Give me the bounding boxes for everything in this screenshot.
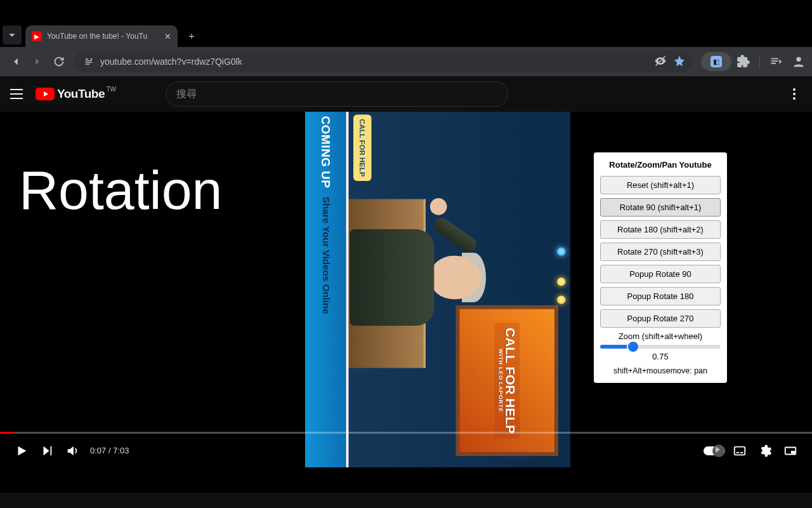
popup-rotate-90-button[interactable]: Popup Rotate 90 [600,265,721,283]
bookmark-star-icon[interactable] [673,55,686,69]
lower-third-bar: COMING UP Share Your Videos Online [305,112,348,467]
tab-title: YouTube on the tube! - YouTu [47,32,160,41]
search-input[interactable]: 搜尋 [166,81,508,107]
svg-point-2 [796,57,801,62]
search-placeholder: 搜尋 [176,88,197,101]
volume-button[interactable] [60,438,85,464]
youtube-region: TW [106,86,116,93]
extensions-puzzle-icon[interactable] [733,51,754,72]
active-extension-icon[interactable]: ◧ [701,52,731,71]
lower-third-pill: CALL FOR HELP [353,115,372,182]
reload-button[interactable] [48,51,70,72]
youtube-favicon-icon: ▶ [32,31,42,41]
pan-hint: shift+Alt+mousemove: pan [600,366,721,375]
coming-up-label: COMING UP [318,116,332,188]
svg-rect-4 [737,451,740,453]
popup-rotate-180-button[interactable]: Popup Rotate 180 [600,287,721,305]
browser-tab[interactable]: ▶ YouTube on the tube! - YouTu ✕ [25,25,178,47]
tv-screen-sub: WITH LEO LAPORTE [497,328,502,434]
hamburger-menu-icon[interactable] [10,86,25,102]
new-tab-button[interactable]: ＋ [183,27,200,45]
zoom-value: 0.75 [600,352,721,361]
url-text: youtube.com/watch?v=rdwz7QiG0lk [100,57,649,67]
youtube-play-icon [36,88,55,100]
settings-gear-icon[interactable] [752,438,778,464]
coming-up-sub: Share Your Videos Online [320,197,331,314]
svg-rect-7 [791,451,795,454]
forward-button[interactable] [27,51,48,72]
rotate-270-button[interactable]: Rotate 270 (shift+alt+3) [600,243,721,261]
below-video-area [0,467,812,493]
youtube-logo-text: YouTube [57,87,105,101]
rotate-180-button[interactable]: Rotate 180 (shift+alt+2) [600,220,721,239]
zoom-label: Zoom (shift+alt+wheel) [600,331,721,341]
popup-rotate-270-button[interactable]: Popup Rotate 270 [600,309,721,328]
svg-point-0 [91,58,93,60]
light-dot-icon [557,248,565,256]
toolbar-separator [759,55,760,68]
theater-mode-button[interactable] [778,438,803,464]
incognito-eye-icon[interactable] [654,55,667,69]
light-dot-icon [557,277,565,286]
next-button[interactable] [34,438,60,464]
overlay-rotation-text: Rotation [19,163,222,217]
light-dot-icon [557,296,565,304]
site-info-icon[interactable] [81,54,96,69]
settings-kebab-icon[interactable] [787,86,802,102]
reset-button[interactable]: Reset (shift+alt+1) [600,176,721,194]
tv-screen-title: CALL FOR HELP [503,328,518,434]
time-display: 0:07 / 7:03 [90,446,129,455]
close-tab-icon[interactable]: ✕ [164,32,171,41]
autoplay-toggle[interactable] [702,438,727,464]
captions-button[interactable] [727,438,752,464]
reading-list-icon[interactable] [765,51,787,72]
extension-popup: Rotate/Zoom/Pan Youtube Reset (shift+alt… [594,152,727,383]
back-button[interactable] [5,51,27,72]
svg-rect-3 [735,446,745,455]
play-button[interactable] [9,438,34,464]
video-content: CALL FOR HELP WITH LEO LAPORTE CAL [304,112,571,467]
extension-title: Rotate/Zoom/Pan Youtube [600,160,721,170]
rotate-90-button[interactable]: Rotate 90 (shift+alt+1) [600,198,721,217]
presenter-graphic [348,229,481,326]
youtube-logo[interactable]: YouTube TW [36,87,105,101]
tab-list-dropdown[interactable] [3,25,22,44]
profile-icon[interactable] [788,51,809,72]
zoom-slider[interactable] [600,345,721,349]
svg-rect-5 [740,451,743,453]
address-bar[interactable]: youtube.com/watch?v=rdwz7QiG0lk [75,51,692,72]
